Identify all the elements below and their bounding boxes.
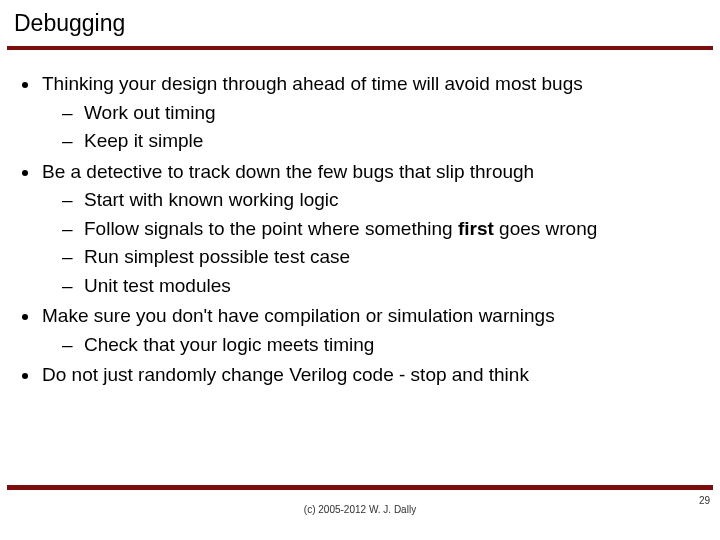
bullet-1: Thinking your design through ahead of ti… <box>40 70 684 156</box>
bullet-2: Be a detective to track down the few bug… <box>40 158 684 301</box>
bullet-1-sub-2: Keep it simple <box>70 127 684 156</box>
bullet-1-text: Thinking your design through ahead of ti… <box>42 73 583 94</box>
bullet-4: Do not just randomly change Verilog code… <box>40 361 684 390</box>
bullet-3-text: Make sure you don't have compilation or … <box>42 305 555 326</box>
divider-bottom <box>7 485 713 490</box>
bullet-2-sub-4: Unit test modules <box>70 272 684 301</box>
bullet-2-sub-2-part-a: Follow signals to the point where someth… <box>84 218 458 239</box>
footer-copyright: (c) 2005-2012 W. J. Dally <box>0 504 720 515</box>
bullet-2-sub-2: Follow signals to the point where someth… <box>70 215 684 244</box>
slide-body: Thinking your design through ahead of ti… <box>24 70 684 392</box>
bullet-1-sub-1: Work out timing <box>70 99 684 128</box>
slide-title: Debugging <box>14 10 125 37</box>
slide: Debugging Thinking your design through a… <box>0 0 720 540</box>
bullet-3-sub-1: Check that your logic meets timing <box>70 331 684 360</box>
bullet-2-sub-2-part-c: goes wrong <box>494 218 598 239</box>
bullet-2-sub-3: Run simplest possible test case <box>70 243 684 272</box>
bullet-2-text: Be a detective to track down the few bug… <box>42 161 534 182</box>
page-number: 29 <box>699 495 710 506</box>
bullet-2-sub-2-bold: first <box>458 218 494 239</box>
bullet-2-sub-1: Start with known working logic <box>70 186 684 215</box>
divider-top <box>7 46 713 50</box>
bullet-3: Make sure you don't have compilation or … <box>40 302 684 359</box>
